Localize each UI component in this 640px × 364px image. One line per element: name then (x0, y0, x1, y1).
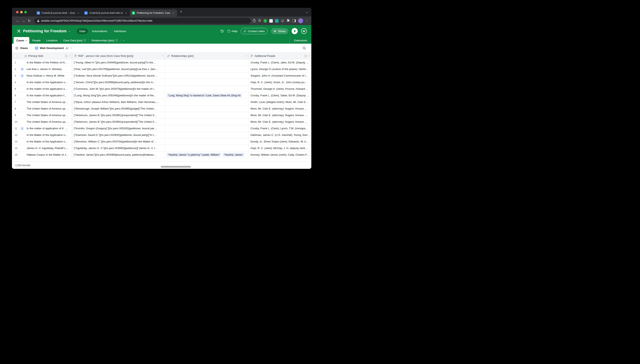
rdf-cell[interactable]: ["Goertzen, David D."](hc.pers.003930)|p… (72, 132, 165, 138)
row-number[interactable]: 12 (12, 134, 19, 136)
additional-people-cell[interactable]: Dundy, Jr., Elmer Scipio (clerk); Edward… (249, 138, 311, 145)
primary-cell[interactable]: 14 James G. V. Ingoldsby, Plaintiff v.… (12, 145, 72, 151)
nav-tab-automations[interactable]: Automations (89, 28, 110, 34)
extensions-puzzle-icon[interactable] (287, 19, 290, 23)
zoom-window-button[interactable] (24, 11, 27, 14)
relationships-cell[interactable] (165, 99, 249, 105)
extension-green-icon[interactable] (264, 19, 267, 23)
primary-field-value[interactable]: The United States of America up… (25, 100, 72, 104)
column-header-relationships[interactable]: Relationships [join] (165, 53, 249, 59)
primary-cell[interactable]: 13 In the Matter of the Application o… (12, 138, 72, 145)
browser-tab-2[interactable]: Code4Lib journal draft with re (82, 10, 130, 16)
additional-people-cell[interactable]: More, Mr. Clair E. (attorney); Nugent, H… (249, 118, 311, 125)
primary-field-value[interactable]: Lee Kee v. James H. Woolery (25, 68, 72, 70)
relationships-cell[interactable] (165, 145, 249, 151)
primary-cell[interactable]: 9 The United States of America up… (12, 112, 72, 118)
table-tab-people[interactable]: People (30, 37, 43, 44)
views-sidebar-toggle[interactable]: Views (15, 46, 28, 50)
additional-people-cell[interactable]: Lyons, George G (Justice of the peace); … (249, 66, 311, 72)
close-tab-icon[interactable] (77, 11, 80, 14)
rdf-cell[interactable]: ["Young, Albert H."](hc.pers.004946)|pet… (72, 59, 165, 66)
primary-field-value[interactable]: In the Matter of the Application o… (25, 140, 72, 143)
minimize-window-button[interactable] (20, 11, 23, 14)
relationship-chip[interactable]: "Haslind, James" is jailed by "Lawler, W… (167, 153, 221, 157)
contact-sales-button[interactable]: Contact sales (241, 28, 268, 34)
help-button[interactable]: Help (227, 30, 237, 33)
table-tab-cases-active[interactable]: Cases (14, 37, 29, 44)
primary-cell[interactable]: 12 In the Matter of the Application o… (12, 132, 72, 138)
relationships-cell[interactable] (165, 79, 249, 86)
table-tab-chevron-icon[interactable] (25, 39, 27, 41)
column-chevron-icon[interactable] (69, 55, 71, 56)
primary-field-value[interactable]: James G. V. Ingoldsby, Plaintiff v.… (25, 146, 72, 150)
rdf-cell[interactable]: ["Woodrough, Joseph William"](hc.pers.00… (72, 106, 165, 112)
row-count-badge[interactable]: 2 (21, 74, 24, 78)
row-number[interactable]: 4 (12, 81, 19, 84)
rdf-cell[interactable]: ["Jensen, Christ"](hc.pers.003996)|bound… (72, 79, 165, 86)
extension-doc-icon[interactable] (269, 19, 273, 23)
row-number[interactable]: 11 (12, 127, 19, 130)
additional-people-cell[interactable]: Sargent, John H. (Assistant Commissioner… (249, 72, 311, 79)
primary-cell[interactable]: 8 The United States of America up… (12, 106, 72, 112)
relationships-cell[interactable] (165, 72, 249, 79)
history-icon[interactable] (221, 30, 224, 33)
row-count-badge[interactable]: 2 (21, 68, 24, 71)
row-number[interactable]: 3 (12, 74, 19, 77)
row-number[interactable]: 8 (12, 107, 19, 110)
view-switcher[interactable]: Web Development (35, 46, 72, 50)
browser-tab-3-active[interactable]: Petitioning for Freedom: Case (130, 10, 177, 16)
additional-people-cell[interactable]: More, Mr. Clair E. (attorney); Nugent, H… (249, 106, 311, 112)
primary-field-value[interactable]: In the matter of the Application o… (25, 81, 72, 84)
primary-cell[interactable]: 7 The United States of America up… (12, 99, 72, 105)
primary-cell[interactable]: 1 In the Matter of the Petition of Al… (12, 59, 72, 66)
row-number[interactable]: 10 (12, 120, 19, 123)
bookmark-star-icon[interactable] (258, 19, 261, 23)
additional-people-cell[interactable]: Crosby, Frank L. (Clerk); Lynch, T.W. (I… (249, 125, 311, 132)
browser-tab-1[interactable]: Code4Lib journal draft – Goog (35, 10, 82, 16)
close-window-button[interactable] (16, 11, 19, 14)
info-icon[interactable] (84, 39, 86, 42)
primary-field-value[interactable]: The United States of America up… (25, 120, 72, 123)
browser-profile-avatar[interactable] (298, 18, 303, 23)
row-number[interactable]: 14 (12, 147, 19, 150)
rdf-cell[interactable]: ["Nickerson, James B."](hc.pers.003991)|… (72, 112, 165, 118)
row-number[interactable]: 5 (12, 88, 19, 90)
additional-people-cell[interactable]: Kenney, William James (clerk); Cady, Cha… (249, 152, 311, 158)
share-button[interactable]: Share (271, 28, 288, 34)
relationships-cell[interactable] (165, 66, 249, 72)
primary-cell[interactable]: 6 In the matter of the application f… (12, 92, 72, 98)
select-all-checkbox[interactable] (14, 54, 17, 58)
new-tab-button[interactable] (178, 9, 184, 14)
relationships-cell[interactable] (165, 59, 249, 66)
relationships-cell[interactable] (165, 86, 249, 92)
row-number[interactable]: 1 (12, 61, 19, 64)
info-icon[interactable] (115, 39, 118, 42)
relationship-chip[interactable]: "Haslind, James' (223, 153, 244, 157)
share-page-icon[interactable] (253, 19, 256, 23)
base-title-chevron-icon[interactable] (69, 29, 70, 33)
primary-cell[interactable]: 10 The United States of America up… (12, 118, 72, 125)
notifications-bell-icon[interactable] (292, 28, 298, 34)
relationships-cell[interactable]: "Lung, Wong Sing" is married to "Look, G… (165, 92, 249, 98)
additional-people-cell[interactable]: Hoyt, R. C. (clerk); McClay, J. H. (depu… (249, 145, 311, 151)
relationships-cell[interactable] (165, 112, 249, 118)
column-chevron-icon[interactable] (245, 55, 247, 56)
relationships-cell[interactable] (165, 132, 249, 138)
primary-field-value[interactable]: In the Matter of the Petition of Al… (25, 61, 72, 64)
additional-people-cell[interactable]: Thummel, George H. (clerk); Provost, How… (249, 86, 311, 92)
row-number[interactable]: 9 (12, 114, 19, 117)
back-button[interactable] (15, 18, 21, 24)
relationships-cell[interactable]: "Haslind, James" is jailed by "Lawler, W… (165, 152, 249, 158)
column-info-icon[interactable] (304, 55, 307, 57)
rdf-cell[interactable]: ["Kornilin, Gregori (Gregory)"](hc.pers.… (72, 125, 165, 132)
view-chevron-icon[interactable] (71, 47, 72, 48)
rdf-cell[interactable]: ["Nickerson, James B."](hc.pers.003991)|… (72, 118, 165, 125)
column-chevron-icon[interactable] (162, 55, 163, 56)
extension-dark-icon[interactable] (281, 19, 284, 23)
relationships-cell[interactable] (165, 125, 249, 132)
additional-people-cell[interactable]: Smith, Louis (alleged victim); More, Mr.… (249, 99, 311, 105)
primary-cell[interactable]: 15 Habeas Corpus in the Matter of J… (12, 152, 72, 158)
primary-cell[interactable]: 5 In the matter of the application o… (12, 86, 72, 92)
row-count-badge[interactable]: 1 (21, 127, 24, 130)
nav-tab-interfaces[interactable]: Interfaces (111, 28, 129, 34)
